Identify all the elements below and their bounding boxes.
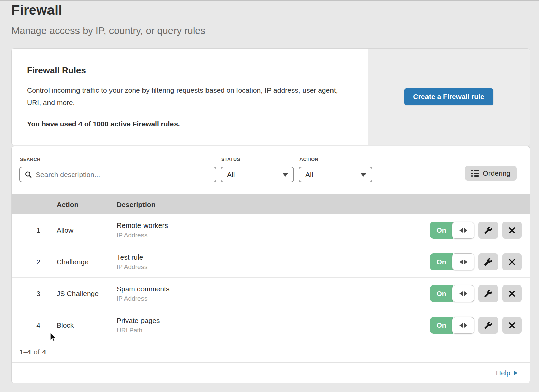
rule-action: Block (57, 321, 117, 329)
rule-enabled-toggle[interactable]: On (430, 253, 474, 270)
arrow-left-icon (459, 323, 463, 328)
status-select[interactable]: All (221, 167, 294, 182)
rule-description-cell: Remote workers IP Address (117, 221, 430, 239)
delete-rule-button[interactable] (502, 222, 522, 239)
rule-description: Private pages (117, 316, 430, 325)
wrench-icon (484, 226, 492, 234)
action-filter-group: ACTION All (299, 154, 372, 194)
toggle-on-segment: On (430, 253, 453, 270)
page-subtitle: Manage access by IP, country, or query r… (11, 25, 205, 36)
firewall-rules-card-side-panel: Create a Firewall rule (368, 49, 530, 145)
close-icon (508, 290, 516, 297)
edit-rule-button[interactable] (478, 222, 498, 239)
firewall-rules-usage: You have used 4 of 1000 active Firewall … (27, 120, 352, 128)
ordering-button[interactable]: Ordering (465, 166, 517, 181)
arrow-right-icon (464, 228, 467, 233)
action-label: ACTION (299, 157, 372, 162)
toggle-drag-handle[interactable] (452, 317, 474, 334)
create-firewall-rule-button[interactable]: Create a Firewall rule (404, 88, 493, 105)
firewall-rules-card: Firewall Rules Control incoming traffic … (11, 48, 530, 145)
rule-action: Allow (57, 226, 117, 234)
pagination: 1–4 of 4 (12, 341, 530, 363)
pagination-of: of (34, 348, 40, 356)
close-icon (508, 227, 516, 234)
table-row: 4 Block Private pages URI Path On (12, 309, 530, 341)
rule-description-cell: Private pages URI Path (117, 316, 430, 334)
wrench-icon (484, 290, 492, 298)
rule-description-cell: Spam comments IP Address (117, 285, 430, 302)
wrench-icon (484, 258, 492, 266)
search-icon (25, 171, 32, 178)
search-filter-group: SEARCH (19, 154, 216, 194)
toggle-drag-handle[interactable] (452, 222, 474, 239)
search-label: SEARCH (20, 157, 216, 162)
search-box[interactable] (19, 167, 216, 182)
toggle-on-segment: On (430, 317, 453, 334)
rule-description: Remote workers (117, 221, 430, 230)
firewall-rules-list-card: SEARCH STATUS All ACTION All (11, 146, 530, 383)
search-input[interactable] (36, 171, 211, 179)
action-select[interactable]: All (299, 167, 372, 182)
status-filter-group: STATUS All (221, 154, 294, 194)
chevron-down-icon (283, 173, 288, 177)
rule-priority-number: 3 (12, 290, 40, 298)
table-row: 2 Challenge Test rule IP Address On (12, 246, 530, 278)
help-footer: Help (12, 363, 530, 383)
page-header: Firewall Manage access by IP, country, o… (11, 3, 205, 36)
pagination-total: 4 (42, 348, 46, 356)
status-label: STATUS (221, 157, 294, 162)
rule-description: Test rule (117, 253, 430, 261)
toggle-drag-handle[interactable] (452, 285, 474, 302)
toggle-drag-handle[interactable] (452, 253, 474, 270)
edit-rule-button[interactable] (478, 317, 498, 334)
edit-rule-button[interactable] (478, 253, 498, 270)
rule-enabled-toggle[interactable]: On (430, 285, 474, 302)
firewall-rules-title: Firewall Rules (27, 65, 352, 76)
arrow-right-icon (464, 291, 467, 296)
ordered-list-icon (471, 170, 479, 177)
pagination-range: 1–4 (19, 348, 31, 356)
rule-enabled-toggle[interactable]: On (430, 317, 474, 334)
chevron-down-icon (361, 173, 366, 177)
page-top-edge (0, 0, 539, 1)
delete-rule-button[interactable] (502, 253, 522, 270)
close-icon (508, 322, 516, 329)
rule-controls: On (430, 222, 530, 239)
arrow-right-icon (464, 323, 467, 328)
arrow-left-icon (459, 260, 463, 264)
rule-description-cell: Test rule IP Address (117, 253, 430, 271)
arrow-left-icon (459, 291, 463, 296)
rule-priority-number: 1 (12, 226, 40, 234)
rule-description: Spam comments (117, 285, 430, 293)
status-selected-value: All (227, 171, 235, 179)
rule-controls: On (430, 253, 530, 270)
ordering-button-label: Ordering (483, 169, 510, 177)
rule-enabled-toggle[interactable]: On (430, 222, 474, 239)
rule-priority-number: 4 (12, 321, 40, 329)
rule-match-type: URI Path (117, 327, 430, 334)
delete-rule-button[interactable] (502, 285, 522, 302)
firewall-rules-card-body: Firewall Rules Control incoming traffic … (12, 49, 368, 145)
table-header: Action Description (12, 194, 530, 214)
rule-match-type: IP Address (117, 263, 430, 271)
arrow-right-icon (514, 370, 517, 376)
help-link-label: Help (496, 369, 510, 377)
rule-action: Challenge (57, 258, 117, 266)
rule-controls: On (430, 285, 530, 302)
rule-match-type: IP Address (117, 232, 430, 239)
edit-rule-button[interactable] (478, 285, 498, 302)
delete-rule-button[interactable] (502, 317, 522, 334)
help-link[interactable]: Help (496, 369, 517, 377)
column-description-header: Description (117, 201, 530, 209)
action-selected-value: All (305, 171, 313, 179)
table-row: 1 Allow Remote workers IP Address On (12, 214, 530, 246)
arrow-right-icon (464, 260, 467, 264)
rule-priority-number: 2 (12, 258, 40, 266)
rule-action: JS Challenge (57, 290, 117, 298)
filters-spacer (372, 154, 465, 194)
wrench-icon (484, 321, 492, 329)
toggle-on-segment: On (430, 285, 453, 302)
arrow-left-icon (459, 228, 463, 233)
rule-controls: On (430, 317, 530, 334)
filters-toolbar: SEARCH STATUS All ACTION All (12, 146, 530, 194)
